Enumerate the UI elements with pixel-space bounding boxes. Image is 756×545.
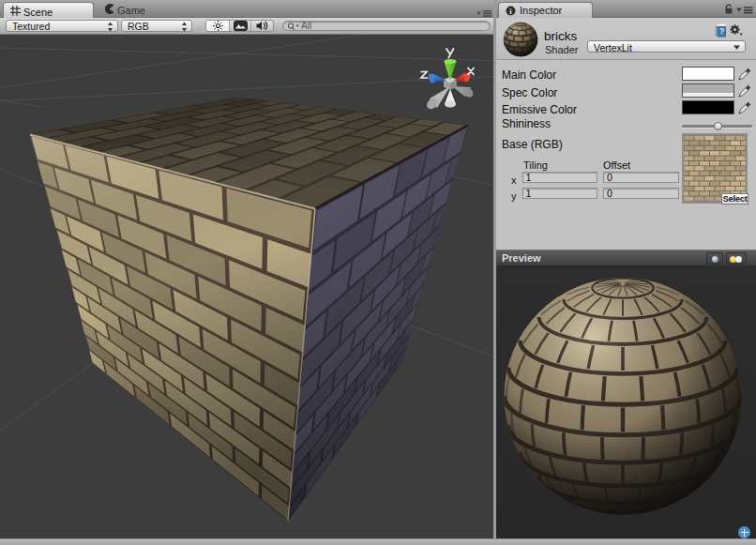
svg-text:?: ? [719, 26, 724, 36]
